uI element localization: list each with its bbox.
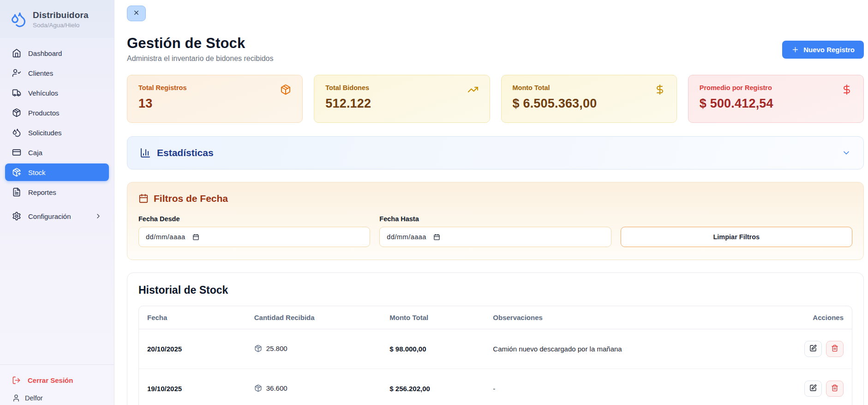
file-text-icon [12, 187, 21, 197]
user-name: Delfor [25, 394, 43, 402]
new-record-button[interactable]: Nuevo Registro [782, 41, 864, 59]
cell-monto: $ 256.202,00 [381, 369, 485, 405]
table-row: 19/10/2025 36.600 $ 256.202,00 - [139, 369, 852, 405]
sidebar-item-configuracion[interactable]: Configuración [5, 207, 109, 225]
filters-card: Filtros de Fecha Fecha Desde dd/mm/aaaa … [127, 182, 864, 260]
history-card: Historial de Stock FechaCantidad Recibid… [127, 272, 864, 405]
sidebar: Distribuidora Soda/Agua/Hielo Dashboard … [0, 0, 114, 405]
cell-cantidad: 25.800 [246, 329, 382, 369]
package-icon [254, 384, 262, 392]
plus-icon [791, 46, 799, 54]
stat-label: Promedio por Registro [700, 84, 852, 91]
package-icon [12, 108, 21, 117]
dollar-icon [654, 84, 665, 95]
chevron-right-icon [95, 212, 102, 220]
stat-label: Total Registros [138, 84, 291, 91]
brand-tagline: Soda/Agua/Hielo [33, 22, 89, 29]
edit-button[interactable] [804, 341, 822, 357]
clear-filters-button[interactable]: Limpiar Filtros [621, 227, 852, 247]
estadisticas-title: Estadísticas [157, 147, 214, 158]
user-icon [12, 394, 20, 402]
stat-value: 512.122 [325, 97, 478, 111]
page-subtitle: Administra el inventario de bidones reci… [127, 54, 274, 63]
stat-card: Total Bidones 512.122 [314, 75, 490, 123]
sidebar-item-productos[interactable]: Productos [5, 104, 109, 121]
trash-icon [831, 384, 838, 393]
history-title: Historial de Stock [138, 284, 852, 296]
package-icon [280, 84, 291, 95]
cell-observaciones: - [485, 369, 780, 405]
edit-button[interactable] [804, 381, 822, 397]
column-header-observaciones: Observaciones [485, 306, 780, 329]
logout-icon [12, 376, 21, 385]
close-button[interactable] [127, 6, 146, 21]
fecha-hasta-input[interactable]: dd/mm/aaaa [379, 227, 611, 247]
edit-icon [809, 384, 817, 393]
dollar-icon [841, 84, 852, 95]
sidebar-item-solicitudes[interactable]: Solicitudes [5, 124, 109, 141]
sidebar-item-vehiculos[interactable]: Vehículos [5, 84, 109, 102]
cell-fecha: 19/10/2025 [139, 369, 246, 405]
edit-icon [809, 345, 817, 353]
calendar-icon [138, 193, 149, 204]
credit-card-icon [12, 148, 21, 157]
home-icon [12, 48, 21, 58]
user-check-icon [12, 68, 21, 78]
delete-button[interactable] [826, 341, 844, 357]
brand: Distribuidora Soda/Agua/Hielo [0, 0, 114, 38]
stat-value: $ 6.505.363,00 [513, 97, 665, 111]
calendar-picker-icon[interactable] [433, 234, 440, 241]
brand-name: Distribuidora [33, 10, 89, 20]
stat-label: Monto Total [513, 84, 665, 91]
table-row: 20/10/2025 25.800 $ 98.000,00 Camión nue… [139, 329, 852, 369]
column-header-cantidad-recibida: Cantidad Recibida [246, 306, 382, 329]
current-user: Delfor [5, 388, 109, 402]
fecha-desde-label: Fecha Desde [138, 215, 370, 223]
sidebar-item-caja[interactable]: Caja [5, 144, 109, 161]
fecha-desde-input[interactable]: dd/mm/aaaa [138, 227, 370, 247]
gear-icon [12, 212, 21, 221]
app-window: Distribuidora Soda/Agua/Hielo Dashboard … [0, 0, 868, 405]
cell-observaciones: Camión nuevo descargado por la mañana [485, 329, 780, 369]
stock-table: FechaCantidad RecibidaMonto TotalObserva… [138, 306, 852, 405]
column-header-acciones: Acciones [780, 306, 852, 329]
sidebar-item-dashboard[interactable]: Dashboard [5, 44, 109, 62]
page-header: Gestión de Stock Administra el inventari… [127, 35, 864, 63]
package-icon [254, 345, 262, 352]
cell-fecha: 20/10/2025 [139, 329, 246, 369]
table-header-row: FechaCantidad RecibidaMonto TotalObserva… [139, 306, 852, 329]
sidebar-item-reportes[interactable]: Reportes [5, 183, 109, 201]
stat-card: Total Registros 13 [127, 75, 303, 123]
sidebar-item-clientes[interactable]: Clientes [5, 64, 109, 82]
sidebar-item-stock[interactable]: Stock [5, 163, 109, 181]
package-plus-icon [12, 168, 21, 177]
close-icon [133, 9, 140, 18]
stat-card: Monto Total $ 6.505.363,00 [501, 75, 677, 123]
logout-button[interactable]: Cerrar Sesión [5, 372, 109, 388]
filters-title: Filtros de Fecha [154, 193, 228, 204]
estadisticas-toggle[interactable]: Estadísticas [127, 136, 864, 169]
trash-icon [831, 345, 838, 353]
fecha-hasta-label: Fecha Hasta [379, 215, 611, 223]
delete-button[interactable] [826, 381, 844, 397]
chevron-down-icon[interactable] [842, 148, 851, 157]
calendar-picker-icon[interactable] [192, 234, 199, 241]
truck-icon [12, 88, 21, 97]
droplets-logo-icon [10, 11, 27, 28]
bar-chart-icon [140, 147, 151, 158]
column-header-monto-total: Monto Total [381, 306, 485, 329]
stat-label: Total Bidones [325, 84, 478, 91]
sidebar-footer: Cerrar Sesión Delfor [0, 364, 114, 405]
column-header-fecha: Fecha [139, 306, 246, 329]
cell-monto: $ 98.000,00 [381, 329, 485, 369]
main-content: Gestión de Stock Administra el inventari… [114, 0, 868, 405]
cell-cantidad: 36.600 [246, 369, 382, 405]
sidebar-menu: Dashboard Clientes Vehículos Productos S… [0, 38, 114, 225]
stat-value: 13 [138, 97, 291, 111]
logout-label: Cerrar Sesión [28, 376, 73, 384]
trending-up-icon [467, 84, 479, 95]
stats-row: Total Registros 13 Total Bidones 512.122… [127, 75, 864, 123]
stat-value: $ 500.412,54 [700, 97, 852, 111]
stat-card: Promedio por Registro $ 500.412,54 [688, 75, 864, 123]
droplets-icon [12, 128, 21, 137]
